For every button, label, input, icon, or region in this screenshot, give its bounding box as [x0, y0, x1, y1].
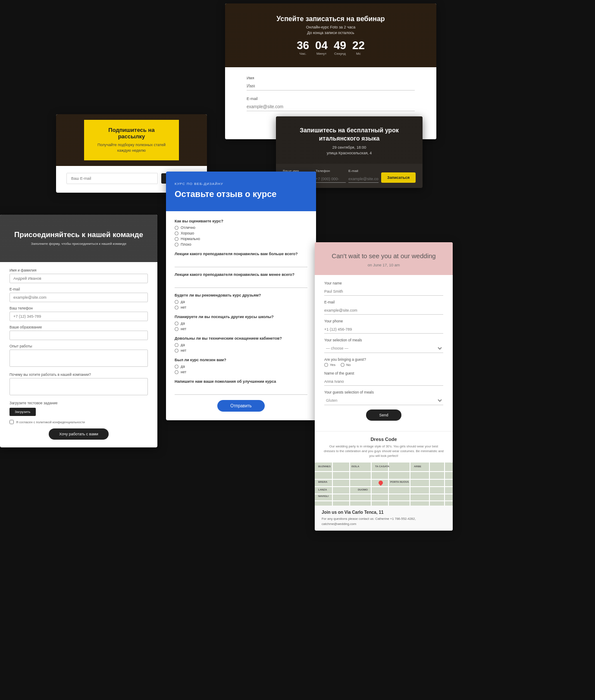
feedback-q7-opt2: нет [175, 370, 307, 374]
map-label-lanza: LANZA [318, 488, 327, 491]
feedback-q2-input[interactable] [175, 259, 307, 267]
jointeam-education-label: Ваше образование [9, 325, 148, 329]
wedding-guestname-input[interactable] [324, 378, 443, 386]
feedback-q6-radio2[interactable] [175, 349, 178, 353]
feedback-submit-button[interactable]: Отправить [217, 400, 265, 412]
wedding-date: on June 17, 10 am [323, 263, 444, 267]
wedding-guestmeals-group: Your guests selection of meals Gluten [324, 390, 443, 405]
timer-minutes: 04 Минут [315, 40, 328, 56]
italian-phone-col: Телефон [316, 169, 346, 183]
jointeam-workplace-textarea[interactable] [9, 350, 148, 367]
webinar-email-label: E-mail [247, 97, 415, 101]
newsletter-email-input[interactable] [66, 173, 158, 184]
webinar-hero: Успейте записаться на вебинар Онлайн-кур… [225, 3, 436, 67]
feedback-q8-input[interactable] [175, 387, 307, 395]
map-label-casata: TA CASATA [375, 465, 389, 468]
newsletter-box: Подпишитесь на рассылку Получайте подбор… [84, 120, 179, 160]
feedback-q7-radio1[interactable] [175, 365, 178, 369]
map-road [410, 462, 410, 506]
italian-phone-input[interactable] [316, 175, 346, 183]
jointeam-workplace-group: Опыт работы [9, 344, 148, 369]
jointeam-upload-button[interactable]: Загрузить [9, 408, 36, 416]
wedding-send-button[interactable]: Send [366, 409, 401, 421]
wedding-phone-input[interactable] [324, 325, 443, 334]
wedding-meals-select[interactable]: — choose — [324, 344, 443, 353]
map-road [315, 486, 453, 487]
feedback-q1-opt4: Плохо [175, 242, 307, 247]
wedding-meals-label: Your selection of meals [324, 338, 443, 342]
italian-submit-button[interactable]: Записаться [381, 172, 416, 183]
webinar-name-label: Имя [247, 76, 415, 80]
map-road [429, 462, 430, 506]
wedding-guestname-group: Name of the guest [324, 371, 443, 386]
jointeam-why-textarea[interactable] [9, 378, 148, 395]
jointeam-submit-button[interactable]: Хочу работать с вами [49, 428, 108, 440]
jointeam-phone-label: Ваш телефон [9, 306, 148, 310]
feedback-q1-opt2: Хорошо [175, 231, 307, 235]
jointeam-why-label: Почему вы хотите работать в нашей компан… [9, 372, 148, 377]
webinar-name-input[interactable] [247, 82, 415, 91]
wedding-address-contact: For any questions please contact us: Cat… [322, 516, 446, 526]
feedback-q4-opt2: нет [175, 305, 307, 309]
jointeam-name-input[interactable] [9, 274, 148, 283]
map-pin [378, 480, 384, 486]
map-road [444, 462, 445, 506]
jointeam-education-input[interactable] [9, 331, 148, 340]
feedback-q1-opt3: Нормально [175, 237, 307, 241]
feedback-q1-radio1[interactable] [175, 226, 178, 230]
wedding-title: Can't wait to see you at our wedding [323, 252, 444, 260]
feedback-q1-radio4[interactable] [175, 243, 178, 247]
jointeam-card: Присоединяйтесь к нашей команде Заполнит… [0, 215, 157, 447]
wedding-dresscode-title: Dress Code [323, 437, 444, 442]
italian-email-col: E-mail [348, 169, 379, 183]
jointeam-name-label: Имя и фамилия [9, 268, 148, 272]
feedback-q3-label: Лекции какого преподавателя понравились … [175, 272, 307, 277]
map-label-duomo: DUOMO [358, 488, 368, 491]
feedback-q5-label: Планируете ли вы посещать другие курсы ш… [175, 315, 307, 319]
wedding-name-input[interactable] [324, 288, 443, 296]
wedding-card: Can't wait to see you at our wedding on … [315, 242, 453, 531]
feedback-q7-radio2[interactable] [175, 370, 178, 374]
feedback-header: КУРС ПО ВЕБ-ДИЗАЙНУ Оставьте отзыв о кур… [166, 172, 316, 211]
feedback-small-label: КУРС ПО ВЕБ-ДИЗАЙНУ [175, 182, 307, 186]
jointeam-phone-group: Ваш телефон [9, 306, 148, 321]
feedback-q1-radio2[interactable] [175, 231, 178, 235]
italian-phone-label: Телефон [316, 169, 346, 173]
feedback-q4-radio1[interactable] [175, 300, 178, 304]
jointeam-email-input[interactable] [9, 293, 148, 302]
feedback-q5-opt2: нет [175, 327, 307, 331]
italian-email-input[interactable] [348, 175, 379, 183]
webinar-subtitle: Онлайн-курс Foto за 2 часа До конца запи… [306, 25, 356, 35]
feedback-q1-opt1: Отлично [175, 225, 307, 230]
wedding-map: BUZNNES ISOLA TA CASATA ARBE BRERA PORTA… [315, 462, 453, 506]
jointeam-subtitle: Заполните форму, чтобы присоединиться к … [31, 241, 126, 246]
wedding-dresscode-text: Our wedding party is in vintage style of… [323, 444, 444, 459]
feedback-q6-radio1[interactable] [175, 343, 178, 347]
map-road [371, 462, 372, 506]
feedback-q5-opt1: да [175, 321, 307, 325]
wedding-guestmeals-select[interactable]: Gluten [324, 396, 443, 405]
jointeam-privacy-checkbox[interactable] [9, 420, 14, 424]
wedding-email-input[interactable] [324, 306, 443, 315]
map-road [315, 471, 453, 472]
wedding-guestmeals-label: Your guests selection of meals [324, 390, 443, 394]
feedback-q6-label: Довольны ли вы техническим оснащением ка… [175, 336, 307, 341]
feedback-q3-input[interactable] [175, 280, 307, 288]
feedback-q1-radio3[interactable] [175, 237, 178, 241]
jointeam-email-group: E-mail [9, 287, 148, 302]
feedback-q4-opt1: да [175, 300, 307, 304]
italian-email-label: E-mail [348, 169, 379, 173]
wedding-guest-radio-no[interactable] [341, 363, 344, 367]
wedding-guest-radio-yes[interactable] [324, 363, 328, 367]
wedding-dresscode: Dress Code Our wedding party is in vinta… [315, 431, 453, 463]
webinar-email-input[interactable] [247, 103, 415, 111]
wedding-address-bar: Join us on Via Carlo Tenca, 11 For any q… [315, 506, 453, 531]
feedback-q4-radio2[interactable] [175, 306, 178, 309]
jointeam-phone-input[interactable] [9, 312, 148, 321]
jointeam-upload-group: Загрузите тестовое задание Загрузить [9, 401, 148, 416]
feedback-q5-radio1[interactable] [175, 322, 178, 325]
feedback-q5-radio2[interactable] [175, 327, 178, 331]
map-label-brera: BRERA [318, 481, 327, 483]
feedback-q3: Лекции какого преподавателя понравились … [175, 272, 307, 288]
wedding-form: Your name E-mail Your phone Your selecti… [315, 275, 453, 431]
